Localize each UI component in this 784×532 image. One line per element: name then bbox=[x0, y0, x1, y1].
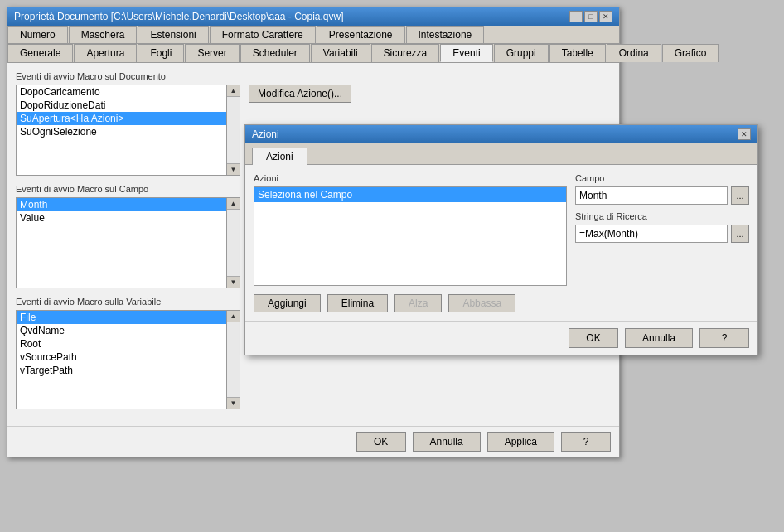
tab-ordina[interactable]: Ordina bbox=[607, 44, 661, 62]
tab-variabili[interactable]: Variabili bbox=[311, 44, 370, 62]
azioni-left-label: Azioni bbox=[254, 173, 567, 183]
close-button[interactable]: ✕ bbox=[599, 11, 612, 22]
azioni-title-bar: Azioni ✕ bbox=[245, 125, 757, 143]
title-bar-buttons: ─ □ ✕ bbox=[569, 11, 612, 22]
list-item-dopo-riduzione[interactable]: DopoRiduzioneDati bbox=[17, 99, 226, 112]
azioni-close-button[interactable]: ✕ bbox=[738, 128, 751, 140]
azioni-ok-button[interactable]: OK bbox=[569, 328, 618, 348]
tab-maschera[interactable]: Maschera bbox=[69, 26, 138, 43]
azioni-list[interactable]: Seleziona nel Campo bbox=[254, 186, 567, 286]
aggiungi-button[interactable]: Aggiungi bbox=[254, 294, 321, 312]
main-title: Proprietà Documento [C:\Users\Michele.De… bbox=[14, 11, 344, 22]
main-title-bar: Proprietà Documento [C:\Users\Michele.De… bbox=[7, 7, 619, 26]
tab-fogli[interactable]: Fogli bbox=[138, 44, 184, 62]
list-item-root[interactable]: Root bbox=[17, 337, 226, 351]
elimina-button[interactable]: Elimina bbox=[327, 294, 388, 312]
tab-grafico[interactable]: Grafico bbox=[662, 44, 719, 62]
azioni-dialog: Azioni ✕ Azioni Azioni Seleziona nel Cam… bbox=[244, 124, 758, 355]
tab-row-2: Generale Apertura Fogli Server Scheduler… bbox=[7, 44, 619, 63]
azioni-tab-row: Azioni bbox=[245, 143, 757, 165]
azioni-title: Azioni bbox=[252, 128, 279, 140]
evento-campo-list[interactable]: Month Value bbox=[16, 197, 227, 288]
scroll-up-arrow-3[interactable]: ▲ bbox=[229, 311, 239, 322]
scroll-documento[interactable]: ▲ ▼ bbox=[227, 85, 240, 176]
tab-server[interactable]: Server bbox=[185, 44, 239, 62]
scroll-down-arrow-3[interactable]: ▼ bbox=[229, 398, 239, 409]
azioni-tab[interactable]: Azioni bbox=[252, 148, 307, 165]
azioni-columns: Azioni Seleziona nel Campo Campo ... Str… bbox=[254, 173, 749, 286]
scroll-down-arrow[interactable]: ▼ bbox=[229, 164, 239, 175]
stringa-ellipsis-button[interactable]: ... bbox=[731, 225, 749, 243]
scroll-campo[interactable]: ▲ ▼ bbox=[227, 197, 240, 288]
tab-estensioni[interactable]: Estensioni bbox=[138, 26, 208, 43]
tab-presentazione[interactable]: Presentazione bbox=[317, 26, 405, 43]
section-documento-label: Eventi di avvio Macro sul Documento bbox=[16, 71, 611, 81]
list-item-su-apertura[interactable]: SuApertura<Ha Azioni> bbox=[17, 112, 226, 125]
list-item-vtargetpath[interactable]: vTargetPath bbox=[17, 364, 226, 377]
tab-scheduler[interactable]: Scheduler bbox=[240, 44, 310, 62]
azioni-help-button[interactable]: ? bbox=[699, 328, 749, 348]
tab-generale[interactable]: Generale bbox=[7, 44, 73, 62]
tab-numero[interactable]: Numero bbox=[7, 26, 68, 43]
scroll-down-arrow-2[interactable]: ▼ bbox=[229, 277, 239, 288]
tab-eventi[interactable]: Eventi bbox=[440, 44, 492, 62]
scroll-variabile[interactable]: ▲ ▼ bbox=[227, 310, 240, 409]
scroll-track-3[interactable] bbox=[227, 322, 240, 398]
azioni-right-panel: Campo ... Stringa di Ricerca ... bbox=[575, 173, 749, 286]
alza-button[interactable]: Alza bbox=[394, 294, 442, 312]
azioni-annulla-button[interactable]: Annulla bbox=[625, 328, 693, 348]
list-item-value[interactable]: Value bbox=[17, 211, 226, 225]
campo-row: ... bbox=[575, 186, 749, 205]
action-buttons: Aggiungi Elimina Alza Abbassa bbox=[254, 294, 749, 312]
tab-row-1: Numero Maschera Estensioni Formato Carat… bbox=[7, 26, 619, 44]
scroll-up-arrow[interactable]: ▲ bbox=[229, 85, 239, 96]
list-item-su-ogni-selezione[interactable]: SuOgniSelezione bbox=[17, 125, 226, 138]
main-help-button[interactable]: ? bbox=[561, 432, 611, 452]
tab-gruppi[interactable]: Gruppi bbox=[494, 44, 549, 62]
evento-documento-list[interactable]: DopoCaricamento DopoRiduzioneDati SuAper… bbox=[16, 85, 227, 176]
scroll-track-2[interactable] bbox=[227, 209, 240, 277]
scroll-up-arrow-2[interactable]: ▲ bbox=[229, 198, 239, 209]
evento-variabile-list[interactable]: File QvdName Root vSourcePath vTargetPat… bbox=[16, 310, 227, 409]
main-footer: OK Annulla Applica ? bbox=[7, 426, 619, 457]
stringa-label: Stringa di Ricerca bbox=[575, 211, 749, 221]
azioni-left-panel: Azioni Seleziona nel Campo bbox=[254, 173, 567, 286]
main-applica-button[interactable]: Applica bbox=[487, 432, 554, 452]
list-item-qvdname[interactable]: QvdName bbox=[17, 324, 226, 337]
tab-formato-carattere[interactable]: Formato Carattere bbox=[210, 26, 316, 43]
list-item-vsourcepath[interactable]: vSourcePath bbox=[17, 351, 226, 364]
abbassa-button[interactable]: Abbassa bbox=[448, 294, 515, 312]
main-ok-button[interactable]: OK bbox=[356, 432, 406, 452]
azioni-body: Azioni Seleziona nel Campo Campo ... Str… bbox=[245, 165, 757, 321]
maximize-button[interactable]: □ bbox=[584, 11, 598, 22]
stringa-row: ... bbox=[575, 225, 749, 243]
list-item-file[interactable]: File bbox=[17, 311, 226, 324]
stringa-input[interactable] bbox=[575, 225, 728, 243]
tab-sicurezza[interactable]: Sicurezza bbox=[371, 44, 440, 62]
tab-tabelle[interactable]: Tabelle bbox=[549, 44, 606, 62]
azioni-title-buttons: ✕ bbox=[738, 128, 751, 140]
modify-action-button[interactable]: Modifica Azione()... bbox=[249, 85, 351, 103]
list-item-dopo-caricamento[interactable]: DopoCaricamento bbox=[17, 85, 226, 99]
campo-ellipsis-button[interactable]: ... bbox=[731, 186, 749, 205]
campo-input[interactable] bbox=[575, 186, 728, 205]
scroll-track-1[interactable] bbox=[227, 96, 240, 164]
azioni-item-seleziona[interactable]: Seleziona nel Campo bbox=[254, 187, 566, 202]
main-annulla-button[interactable]: Annulla bbox=[413, 432, 481, 452]
list-item-month[interactable]: Month bbox=[17, 198, 226, 211]
campo-label: Campo bbox=[575, 173, 749, 183]
tab-apertura[interactable]: Apertura bbox=[74, 44, 137, 62]
azioni-dialog-footer: OK Annulla ? bbox=[245, 321, 757, 355]
minimize-button[interactable]: ─ bbox=[569, 11, 583, 22]
tab-intestazione[interactable]: Intestazione bbox=[406, 26, 485, 43]
